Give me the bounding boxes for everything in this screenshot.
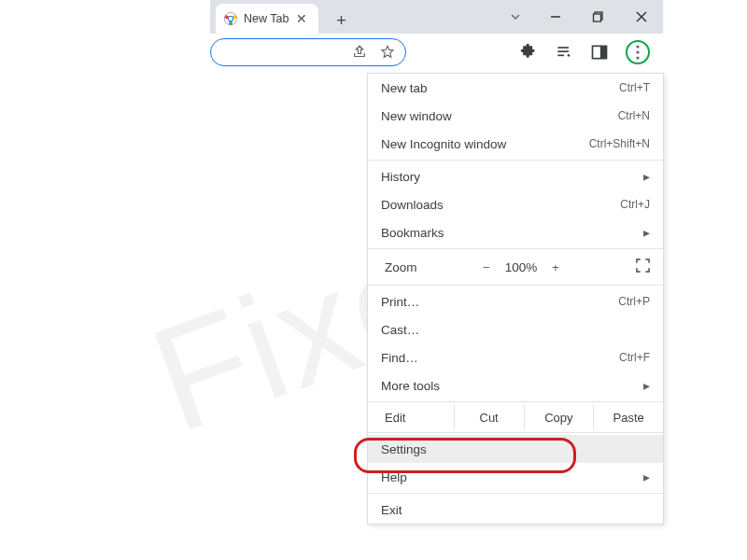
maximize-icon (592, 10, 605, 23)
fullscreen-button[interactable] (636, 259, 650, 275)
toolbar-action-icons (519, 40, 652, 64)
svg-point-14 (636, 45, 639, 48)
menu-separator (368, 493, 663, 494)
menu-label: More tools (381, 379, 440, 393)
menu-label: History (381, 170, 420, 184)
menu-label: Find… (381, 351, 418, 365)
zoom-out-button[interactable]: − (474, 260, 499, 274)
menu-label: Settings (381, 442, 427, 456)
chevron-right-icon: ▸ (643, 225, 650, 240)
tab-title: New Tab (244, 12, 289, 25)
zoom-label: Zoom (385, 260, 474, 274)
edit-copy-button[interactable]: Copy (524, 404, 594, 430)
window-minimize-button[interactable] (534, 2, 577, 32)
menu-item-downloads[interactable]: Downloads Ctrl+J (368, 190, 663, 218)
menu-item-history[interactable]: History ▸ (368, 162, 663, 190)
menu-item-new-incognito[interactable]: New Incognito window Ctrl+Shift+N (368, 130, 663, 158)
chevron-down-icon (508, 9, 523, 24)
menu-separator (368, 160, 663, 161)
extensions-icon[interactable] (519, 43, 538, 62)
kebab-icon (636, 45, 640, 60)
chevron-right-icon: ▸ (643, 169, 650, 184)
menu-item-settings[interactable]: Settings (368, 435, 663, 463)
menu-label: Cast… (381, 323, 419, 337)
fullscreen-icon (636, 259, 650, 273)
menu-label: New Incognito window (381, 137, 506, 151)
chrome-favicon-icon (223, 11, 238, 26)
svg-point-15 (636, 50, 639, 53)
menu-item-more-tools[interactable]: More tools ▸ (368, 371, 663, 399)
reading-list-icon[interactable] (555, 43, 573, 62)
menu-shortcut: Ctrl+T (619, 81, 650, 94)
menu-item-print[interactable]: Print… Ctrl+P (368, 287, 663, 315)
chevron-right-icon: ▸ (643, 378, 650, 393)
menu-item-find[interactable]: Find… Ctrl+F (368, 343, 663, 371)
menu-label: Help (381, 470, 407, 484)
menu-item-cast[interactable]: Cast… (368, 315, 663, 343)
chevron-right-icon: ▸ (643, 469, 650, 484)
window-maximize-button[interactable] (577, 2, 620, 32)
share-icon[interactable] (351, 44, 368, 61)
menu-separator (368, 401, 663, 402)
menu-item-zoom: Zoom − 100% + (368, 251, 663, 283)
menu-label: New window (381, 109, 452, 123)
menu-shortcut: Ctrl+J (620, 198, 650, 211)
zoom-value: 100% (499, 260, 543, 274)
tab-new-tab[interactable]: New Tab ✕ (216, 4, 318, 34)
bookmark-star-icon[interactable] (379, 44, 396, 61)
menu-item-bookmarks[interactable]: Bookmarks ▸ (368, 218, 663, 246)
menu-separator (368, 432, 663, 433)
menu-item-edit-row: Edit Cut Copy Paste (368, 404, 663, 430)
window-close-button[interactable] (620, 2, 663, 32)
chrome-dropdown-menu: New tab Ctrl+T New window Ctrl+N New Inc… (367, 73, 664, 525)
tab-strip: New Tab ✕ + (210, 0, 663, 34)
svg-rect-13 (600, 46, 607, 58)
menu-label: Bookmarks (381, 226, 444, 240)
menu-label: Downloads (381, 198, 444, 212)
plus-icon: + (336, 11, 346, 31)
address-bar[interactable] (210, 38, 406, 66)
window-controls (497, 0, 663, 34)
menu-separator (368, 285, 663, 286)
edit-paste-button[interactable]: Paste (593, 404, 663, 430)
side-panel-icon[interactable] (590, 43, 609, 62)
browser-window: New Tab ✕ + (210, 0, 663, 71)
edit-cut-button[interactable]: Cut (454, 404, 524, 430)
browser-toolbar (210, 34, 663, 71)
menu-item-new-tab[interactable]: New tab Ctrl+T (368, 74, 663, 102)
svg-point-3 (229, 17, 233, 21)
menu-label: New tab (381, 81, 428, 95)
menu-item-exit[interactable]: Exit (368, 496, 663, 524)
new-tab-button[interactable]: + (328, 7, 354, 34)
svg-rect-6 (594, 14, 601, 21)
menu-label: Print… (381, 295, 419, 309)
minimize-icon (549, 10, 562, 23)
zoom-in-button[interactable]: + (543, 260, 568, 274)
menu-shortcut: Ctrl+F (619, 351, 650, 364)
menu-shortcut: Ctrl+N (618, 109, 650, 122)
menu-shortcut: Ctrl+Shift+N (589, 137, 650, 150)
chrome-menu-button[interactable] (626, 40, 650, 64)
menu-shortcut: Ctrl+P (618, 295, 650, 308)
menu-label: Exit (381, 503, 402, 517)
svg-point-16 (636, 56, 639, 59)
tab-search-button[interactable] (497, 9, 534, 24)
menu-item-new-window[interactable]: New window Ctrl+N (368, 102, 663, 130)
close-icon (635, 10, 648, 23)
menu-separator (368, 248, 663, 249)
tab-close-icon[interactable]: ✕ (294, 11, 309, 26)
edit-label: Edit (368, 404, 454, 430)
menu-item-help[interactable]: Help ▸ (368, 463, 663, 491)
